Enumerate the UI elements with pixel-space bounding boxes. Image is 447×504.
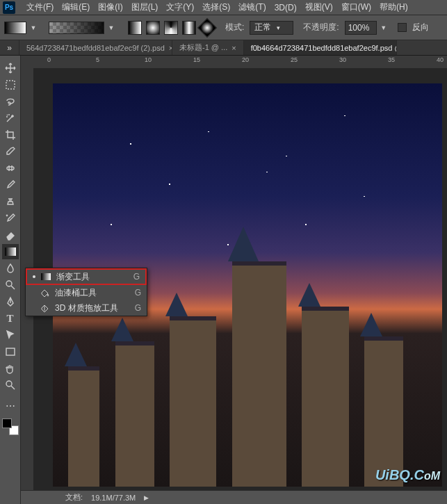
- ruler-tick: 0: [47, 56, 51, 63]
- options-bar: ▼ ▼ 模式: 正常 ▾ 不透明度: 100% ▼ 反向: [0, 15, 447, 40]
- eyedropper-tool[interactable]: [2, 144, 19, 159]
- ruler-tick: 15: [193, 56, 200, 63]
- lasso-tool[interactable]: [2, 94, 19, 109]
- flyout-label: 油漆桶工具: [55, 287, 97, 299]
- zoom-tool[interactable]: [2, 377, 19, 393]
- gradient-tool[interactable]: [2, 244, 19, 259]
- doc-tab-2[interactable]: 未标题-1 @ ... ×: [172, 40, 244, 55]
- dodge-tool[interactable]: [2, 277, 19, 293]
- material-drop-icon: [40, 303, 49, 313]
- gradient-type-radial[interactable]: [146, 21, 160, 35]
- app-logo: Ps: [3, 1, 15, 14]
- gradient-editor-swatch[interactable]: [49, 22, 104, 34]
- flyout-shortcut: G: [133, 272, 140, 282]
- collapse-panel-button[interactable]: »: [0, 40, 19, 55]
- ruler-tick: 25: [291, 56, 298, 63]
- path-select-tool[interactable]: [2, 327, 19, 343]
- hand-tool[interactable]: [2, 361, 19, 376]
- mode-select[interactable]: 正常 ▾: [250, 21, 293, 35]
- paint-bucket-icon: [40, 288, 49, 298]
- opacity-value: 100%: [348, 23, 370, 33]
- ruler-tick: 5: [96, 56, 99, 63]
- toolbox: T ⋯: [0, 56, 21, 504]
- mode-label: 模式:: [225, 22, 244, 33]
- flyout-label: 3D 材质拖放工具: [55, 302, 118, 314]
- move-tool[interactable]: [2, 60, 19, 76]
- watermark: UiBQ.CoM: [375, 467, 440, 483]
- flyout-label: 渐变工具: [56, 271, 90, 283]
- opacity-dropdown[interactable]: ▼: [380, 22, 388, 34]
- gradient-type-reflected[interactable]: [182, 21, 196, 35]
- menu-edit[interactable]: 编辑(E): [58, 1, 94, 13]
- eraser-tool[interactable]: [2, 227, 19, 243]
- rectangle-tool[interactable]: [2, 344, 19, 359]
- menu-filter[interactable]: 滤镜(T): [234, 1, 270, 13]
- opacity-label: 不透明度:: [303, 22, 339, 33]
- gradient-icon: [41, 272, 51, 282]
- opacity-input[interactable]: 100%: [345, 21, 377, 35]
- edit-toolbar-icon[interactable]: ⋯: [2, 398, 19, 414]
- menu-3d[interactable]: 3D(D): [270, 3, 301, 13]
- ruler-tick: 40: [437, 56, 444, 63]
- status-doc-label: 文档:: [65, 492, 83, 503]
- doc-tab-3[interactable]: f0b4664d7238471bedfdd81ebaf2ec9f.psd @: [244, 40, 397, 55]
- ruler-tick: 20: [242, 56, 249, 63]
- status-doc-value: 19.1M/77.3M: [91, 494, 136, 502]
- ruler-tick: 30: [339, 56, 346, 63]
- menu-window[interactable]: 窗口(W): [337, 1, 375, 13]
- gradient-tool-flyout: 渐变工具 G 油漆桶工具 G 3D 材质拖放工具 G: [25, 268, 147, 316]
- svg-rect-3: [6, 348, 15, 355]
- flyout-item-paintbucket[interactable]: 油漆桶工具 G: [26, 285, 147, 300]
- magic-wand-tool[interactable]: [2, 111, 19, 126]
- crop-tool[interactable]: [2, 127, 19, 143]
- tab-strip: » 564d7238471bedfdd81ebaf2ec9f (2).psd ×…: [0, 40, 447, 56]
- menu-file[interactable]: 文件(F): [22, 1, 58, 13]
- history-brush-tool[interactable]: [2, 211, 19, 226]
- reverse-checkbox[interactable]: [398, 23, 407, 32]
- flyout-item-3dmaterial[interactable]: 3D 材质拖放工具 G: [26, 300, 147, 316]
- spot-heal-tool[interactable]: [2, 161, 19, 176]
- svg-point-4: [6, 381, 12, 387]
- flyout-shortcut: G: [135, 303, 141, 313]
- menu-view[interactable]: 视图(V): [301, 1, 337, 13]
- menu-type[interactable]: 文字(Y): [162, 1, 198, 13]
- menu-image[interactable]: 图像(I): [94, 1, 127, 13]
- menu-help[interactable]: 帮助(H): [375, 1, 412, 13]
- tool-preset-icon[interactable]: [4, 22, 26, 34]
- status-bar: 文档: 19.1M/77.3M ▶: [21, 490, 447, 504]
- svg-rect-0: [6, 81, 15, 89]
- flyout-item-gradient[interactable]: 渐变工具 G: [26, 268, 147, 285]
- doc-tab-label: f0b4664d7238471bedfdd81ebaf2ec9f.psd @: [251, 44, 397, 52]
- blur-tool[interactable]: [2, 261, 19, 276]
- menubar: Ps 文件(F) 编辑(E) 图像(I) 图层(L) 文字(Y) 选择(S) 滤…: [0, 0, 447, 15]
- gradient-type-linear[interactable]: [128, 21, 142, 35]
- gradient-editor-dropdown[interactable]: ▼: [107, 22, 115, 34]
- status-menu-caret[interactable]: ▶: [144, 494, 149, 501]
- ruler-origin[interactable]: [21, 56, 33, 68]
- ruler-tick: 35: [388, 56, 395, 63]
- menu-select[interactable]: 选择(S): [198, 1, 234, 13]
- tool-preset-dropdown[interactable]: ▼: [29, 22, 38, 34]
- menu-layer[interactable]: 图层(L): [127, 1, 163, 13]
- reverse-label: 反向: [412, 22, 429, 33]
- gradient-type-angle[interactable]: [164, 21, 178, 35]
- doc-tab-1[interactable]: 564d7238471bedfdd81ebaf2ec9f (2).psd ×: [19, 40, 172, 55]
- color-swatches[interactable]: [2, 418, 19, 435]
- mode-value: 正常: [254, 22, 271, 33]
- selected-dot-icon: [33, 275, 35, 278]
- ruler-horizontal[interactable]: 0 5 10 15 20 25 30 35 40: [33, 56, 447, 68]
- doc-tab-label: 未标题-1 @ ...: [179, 42, 227, 53]
- workspace: T ⋯ 0 5 10 15 20 25 30 35 40: [0, 56, 447, 504]
- ruler-tick: 10: [145, 56, 152, 63]
- gradient-type-diamond[interactable]: [197, 17, 217, 37]
- marquee-tool[interactable]: [2, 77, 19, 92]
- pen-tool[interactable]: [2, 294, 19, 309]
- foreground-color-swatch[interactable]: [2, 418, 12, 428]
- brush-tool[interactable]: [2, 177, 19, 193]
- close-icon[interactable]: ×: [231, 44, 236, 52]
- clone-stamp-tool[interactable]: [2, 194, 19, 209]
- svg-point-2: [6, 281, 12, 286]
- svg-rect-1: [7, 167, 14, 170]
- flyout-shortcut: G: [135, 288, 141, 298]
- type-tool[interactable]: T: [2, 311, 19, 326]
